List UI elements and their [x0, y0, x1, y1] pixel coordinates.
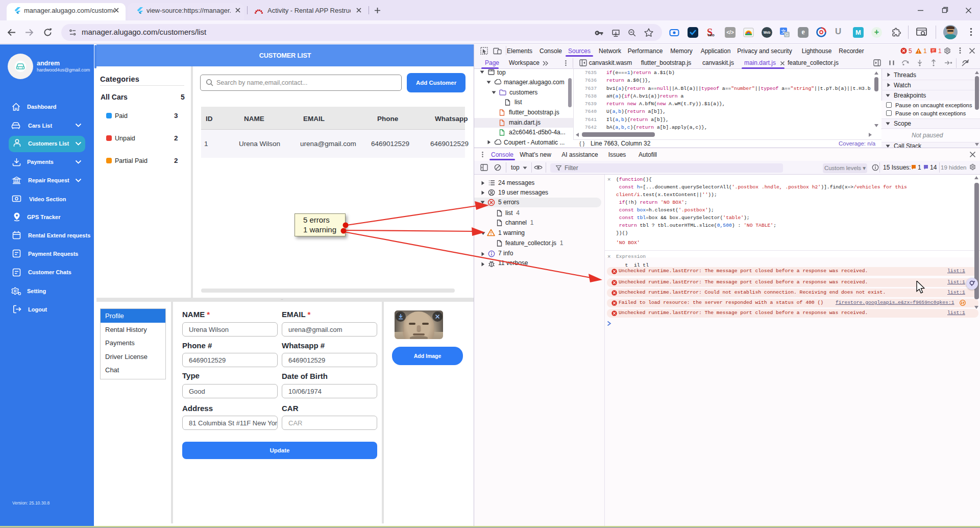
svg-text:G: G	[785, 32, 789, 37]
